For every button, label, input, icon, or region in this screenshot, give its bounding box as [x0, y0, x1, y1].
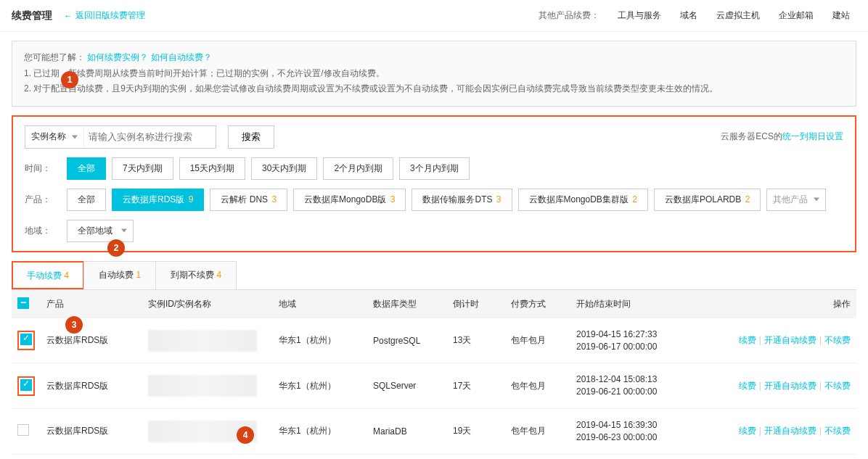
table-row: 云数据库RDS版 华东1（杭州） MariaDB 19天 包年包月 2019-0…: [12, 409, 856, 455]
cell-product: 云数据库RDS版: [46, 334, 148, 347]
tab-manual-renew[interactable]: 手动续费 4: [12, 261, 84, 289]
table-row: 云数据库RDS版 华东1（杭州） SQLServer 146天 包年包月 201…: [12, 455, 856, 459]
filter-panel: 实例名称 搜索 云服务器ECS的统一到期日设置 时间： 全部 7天内到期 15天…: [12, 115, 856, 252]
notice-box: 您可能想了解： 如何续费实例？ 如何自动续费？ 1. 已过期，新续费周期从续费当…: [12, 41, 856, 107]
step-badge-1: 1: [61, 71, 78, 88]
ecs-label: 云服务器ECS的: [721, 131, 782, 141]
time-opt-30[interactable]: 30天内到期: [251, 157, 317, 180]
action-no[interactable]: 不续费: [824, 381, 851, 391]
header-right-nav: 其他产品续费： 工具与服务 域名 云虚拟主机 企业邮箱 建站: [539, 6, 856, 25]
product-opt-mongodb[interactable]: 云数据库MongoDB版 3: [293, 189, 406, 211]
cell-instance: [148, 330, 257, 352]
cell-instance: [148, 375, 257, 397]
cell-time: 2018-12-04 15:08:132019-06-21 00:00:00: [576, 373, 707, 398]
notice-intro: 您可能想了解：: [24, 52, 85, 62]
cell-time: 2019-04-15 16:39:302019-06-23 00:00:00: [576, 419, 707, 444]
cell-countdown: 17天: [453, 380, 511, 392]
cell-actions: 续费|开通自动续费|不续费: [707, 380, 851, 392]
cell-region: 华东1（杭州）: [279, 334, 373, 347]
th-time: 开始/结束时间: [576, 298, 707, 310]
action-auto[interactable]: 开通自动续费: [764, 335, 816, 345]
other-products-label: 其他产品续费：: [539, 9, 599, 22]
page-header: 续费管理 ← 返回旧版续费管理 其他产品续费： 工具与服务 域名 云虚拟主机 企…: [0, 0, 868, 32]
header-tab-site[interactable]: 建站: [826, 6, 856, 25]
product-opt-mongocluster[interactable]: 云数据库MongoDB集群版 2: [518, 189, 648, 211]
notice-link-renew[interactable]: 如何续费实例？: [87, 52, 148, 62]
back-link[interactable]: ← 返回旧版续费管理: [64, 9, 145, 22]
search-button[interactable]: 搜索: [228, 125, 274, 149]
cell-dbtype: PostgreSQL: [373, 336, 453, 346]
table-header: 产品 实例ID/实例名称 地域 数据库类型 倒计时 付费方式 开始/结束时间 操…: [12, 290, 856, 318]
ecs-link[interactable]: 统一到期日设置: [782, 131, 843, 141]
action-no[interactable]: 不续费: [824, 335, 851, 345]
header-tab-domain[interactable]: 域名: [673, 6, 704, 25]
th-countdown: 倒计时: [453, 298, 511, 310]
region-select[interactable]: 全部地域: [67, 220, 134, 242]
tab-auto-renew[interactable]: 自动续费 1: [83, 261, 156, 289]
product-opt-rds[interactable]: 云数据库RDS版 9: [112, 189, 204, 211]
table-row: 云数据库RDS版 华东1（杭州） PostgreSQL 13天 包年包月 201…: [12, 318, 856, 364]
product-filter-label: 产品：: [25, 194, 61, 206]
step-badge-3: 3: [65, 316, 83, 334]
row-checkbox[interactable]: [20, 334, 32, 345]
action-no[interactable]: 不续费: [824, 426, 851, 436]
cell-payment: 包年包月: [511, 425, 576, 437]
time-opt-2m[interactable]: 2个月内到期: [323, 157, 393, 180]
notice-link-auto[interactable]: 如何自动续费？: [151, 52, 212, 62]
cell-actions: 续费|开通自动续费|不续费: [707, 334, 851, 347]
row-checkbox[interactable]: [20, 379, 32, 391]
th-action: 操作: [707, 298, 851, 310]
notice-line2: 2. 对于配置自动续费，且9天内到期的实例，如果您尝试修改自动续费周期或设置为不…: [24, 81, 844, 97]
back-link-label: 返回旧版续费管理: [75, 9, 145, 22]
th-region: 地域: [279, 298, 373, 310]
cell-product: 云数据库RDS版: [46, 380, 148, 392]
product-opt-dns[interactable]: 云解析 DNS 3: [210, 189, 287, 211]
select-all-checkbox[interactable]: [17, 297, 29, 309]
th-payment: 付费方式: [511, 298, 576, 310]
search-type-dropdown[interactable]: 实例名称: [25, 126, 84, 147]
cell-dbtype: MariaDB: [373, 426, 453, 437]
step-badge-2: 2: [107, 239, 125, 257]
cell-product: 云数据库RDS版: [46, 425, 148, 437]
time-filter-label: 时间：: [25, 162, 61, 175]
region-filter-label: 地域：: [25, 225, 61, 237]
cell-payment: 包年包月: [511, 380, 576, 392]
action-renew[interactable]: 续费: [739, 381, 756, 391]
th-instance: 实例ID/实例名称: [148, 298, 279, 310]
header-tab-tools[interactable]: 工具与服务: [611, 6, 668, 25]
th-product: 产品: [46, 298, 148, 310]
cell-actions: 续费|开通自动续费|不续费: [707, 425, 851, 437]
time-opt-all[interactable]: 全部: [67, 157, 106, 180]
time-opt-15[interactable]: 15天内到期: [179, 157, 245, 180]
action-renew[interactable]: 续费: [739, 426, 756, 436]
product-opt-all[interactable]: 全部: [67, 189, 106, 211]
cell-dbtype: SQLServer: [373, 381, 453, 391]
table-row: 云数据库RDS版 华东1（杭州） SQLServer 17天 包年包月 2018…: [12, 363, 856, 409]
tab-no-renew[interactable]: 到期不续费 4: [155, 261, 237, 289]
cell-region: 华东1（杭州）: [279, 425, 373, 437]
time-opt-3m[interactable]: 3个月内到期: [399, 157, 470, 180]
notice-line1: 1. 已过期，新续费周期从续费当前时间开始计算；已过期的实例，不允许设置/修改自…: [24, 66, 844, 82]
header-tab-mail[interactable]: 企业邮箱: [772, 6, 820, 25]
search-input[interactable]: [84, 127, 216, 146]
step-badge-4: 4: [237, 426, 254, 444]
header-tab-host[interactable]: 云虚拟主机: [710, 6, 766, 25]
cell-payment: 包年包月: [511, 334, 576, 347]
product-opt-polardb[interactable]: 云数据库POLARDB 2: [654, 189, 761, 211]
time-opt-7[interactable]: 7天内到期: [112, 157, 173, 180]
th-dbtype: 数据库类型: [373, 298, 453, 310]
cell-countdown: 19天: [453, 425, 511, 437]
arrow-left-icon: ←: [64, 11, 73, 21]
instance-table: 产品 实例ID/实例名称 地域 数据库类型 倒计时 付费方式 开始/结束时间 操…: [12, 290, 856, 459]
product-other-dropdown[interactable]: 其他产品: [766, 189, 826, 211]
tab-bar: 手动续费 4 自动续费 1 到期不续费 4: [12, 261, 856, 290]
search-group: 实例名称: [25, 125, 216, 149]
cell-countdown: 13天: [453, 334, 511, 347]
product-opt-dts[interactable]: 数据传输服务DTS 3: [412, 189, 512, 211]
cell-region: 华东1（杭州）: [279, 380, 373, 392]
cell-time: 2019-04-15 16:27:332019-06-17 00:00:00: [576, 328, 707, 353]
action-auto[interactable]: 开通自动续费: [764, 381, 816, 391]
action-renew[interactable]: 续费: [739, 335, 756, 345]
row-checkbox[interactable]: [17, 424, 29, 436]
action-auto[interactable]: 开通自动续费: [764, 426, 816, 436]
